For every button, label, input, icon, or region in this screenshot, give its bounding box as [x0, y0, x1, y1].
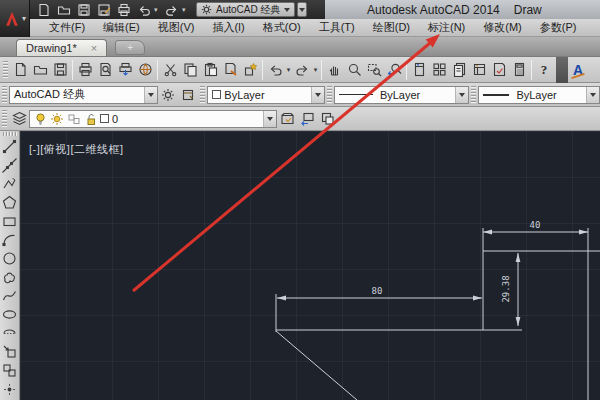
revision-cloud-tool[interactable]	[1, 268, 19, 287]
ellipse-arc-tool[interactable]	[1, 324, 19, 343]
qat-redo-button[interactable]	[162, 1, 181, 18]
match-properties-button[interactable]	[220, 59, 240, 81]
layer-states-button[interactable]	[317, 109, 337, 129]
toolbar-grip[interactable]	[471, 86, 476, 104]
menu-parametric[interactable]: 参数(P)	[531, 19, 586, 36]
color-combo[interactable]: ByLayer	[207, 86, 325, 104]
combo-dropdown-button[interactable]	[311, 87, 324, 103]
save-icon	[53, 62, 68, 77]
block-editor-button[interactable]	[240, 59, 260, 81]
plot-button[interactable]	[75, 59, 95, 81]
dim-2938-text: 29.38	[501, 275, 511, 302]
new-tab-button[interactable]: +	[115, 40, 145, 55]
qat-save-as-button[interactable]	[94, 1, 113, 18]
plot-preview-button[interactable]	[95, 59, 115, 81]
layer-previous-button[interactable]	[297, 109, 317, 129]
menu-tools[interactable]: 工具(T)	[310, 19, 364, 36]
zoom-realtime-button[interactable]	[344, 59, 364, 81]
publish-button[interactable]	[115, 59, 135, 81]
menu-draw[interactable]: 绘图(D)	[364, 19, 419, 36]
qat-plot-button[interactable]	[114, 1, 133, 18]
copy-button[interactable]	[180, 59, 200, 81]
menu-insert[interactable]: 插入(I)	[203, 19, 253, 36]
menu-edit[interactable]: 编辑(E)	[94, 19, 149, 36]
help-button[interactable]: ?	[534, 59, 554, 81]
linetype-combo[interactable]: ByLayer	[334, 86, 470, 104]
arc-tool[interactable]	[1, 230, 19, 249]
model-space-canvas[interactable]: [-][俯视][二维线框] 40	[20, 131, 600, 400]
tab-drawing1[interactable]: Drawing1* ×	[16, 39, 107, 56]
layer-transfer-icon[interactable]	[67, 112, 81, 126]
make-block-tool[interactable]	[1, 361, 19, 380]
tool-palettes-button[interactable]	[449, 59, 469, 81]
qat-undo-dropdown[interactable]: ▾	[154, 6, 161, 14]
toolbar-grip[interactable]	[2, 86, 7, 104]
rectangle-tool[interactable]	[1, 212, 19, 231]
qat-redo-dropdown[interactable]: ▾	[182, 6, 189, 14]
open-button[interactable]	[30, 59, 50, 81]
new-button[interactable]	[10, 59, 30, 81]
combo-dropdown-button[interactable]	[455, 87, 468, 103]
point-tool[interactable]	[1, 380, 19, 399]
menu-format[interactable]: 格式(O)	[254, 19, 310, 36]
toolbar-grip[interactable]	[2, 110, 7, 128]
construction-line-tool[interactable]	[1, 156, 19, 175]
qat-open-button[interactable]	[54, 1, 73, 18]
line-tool[interactable]	[1, 137, 19, 156]
circle-tool[interactable]	[1, 249, 19, 268]
properties-button[interactable]	[409, 59, 429, 81]
menu-dimension[interactable]: 标注(N)	[419, 19, 474, 36]
layer-unlock-icon[interactable]	[84, 112, 97, 126]
paste-button[interactable]	[200, 59, 220, 81]
zoom-window-button[interactable]	[364, 59, 384, 81]
my-workspace-button[interactable]	[178, 85, 198, 105]
toolbar-grip[interactable]	[3, 61, 8, 79]
pan-button[interactable]	[324, 59, 344, 81]
layer-freeze-sun-icon[interactable]	[50, 112, 64, 126]
combo-dropdown-button[interactable]	[586, 87, 599, 103]
qat-save-button[interactable]	[74, 1, 93, 18]
combo-dropdown-button[interactable]	[263, 111, 276, 127]
workspace-settings-button[interactable]	[158, 85, 178, 105]
redo-button[interactable]	[292, 59, 312, 81]
save-button[interactable]	[50, 59, 70, 81]
make-object-layer-current-button[interactable]	[277, 109, 297, 129]
toolbar-grip[interactable]	[3, 132, 17, 136]
undo-dropdown[interactable]: ▾	[285, 66, 292, 74]
printer-icon	[78, 62, 93, 77]
layer-properties-button[interactable]	[9, 109, 29, 129]
qat-new-button[interactable]	[34, 1, 53, 18]
polyline-tool[interactable]	[1, 174, 19, 193]
workspace-switcher[interactable]: AutoCAD 经典	[196, 2, 295, 17]
lineweight-combo[interactable]: ByLayer	[478, 86, 600, 104]
tab-close-icon[interactable]: ×	[91, 43, 97, 54]
insert-block-tool[interactable]	[1, 343, 19, 362]
workspace-extra-dropdown[interactable]	[297, 2, 307, 17]
annotation-style-button[interactable]: A	[568, 59, 588, 81]
workspace-combo[interactable]: AutoCAD 经典	[9, 86, 158, 104]
sheet-set-manager-button[interactable]	[469, 59, 489, 81]
quick-calc-button[interactable]	[509, 59, 529, 81]
spline-tool[interactable]	[1, 287, 19, 306]
view-globe-button[interactable]	[135, 59, 155, 81]
layer-on-bulb-icon[interactable]	[34, 112, 47, 126]
zoom-previous-button[interactable]	[384, 59, 404, 81]
menu-file[interactable]: 文件(F)	[40, 19, 94, 36]
menu-modify[interactable]: 修改(M)	[474, 19, 531, 36]
toolbar-grip[interactable]	[200, 86, 205, 104]
qat-undo-button[interactable]	[134, 1, 153, 18]
design-center-button[interactable]	[429, 59, 449, 81]
undo-icon	[268, 62, 283, 77]
toolbar-grip[interactable]	[327, 86, 332, 104]
markup-set-manager-button[interactable]	[489, 59, 509, 81]
undo-button[interactable]	[265, 59, 285, 81]
cut-button[interactable]	[160, 59, 180, 81]
combo-dropdown-button[interactable]	[144, 87, 157, 103]
clipboard-icon	[203, 62, 218, 77]
application-menu-button[interactable]: ▾	[0, 0, 30, 37]
redo-dropdown[interactable]: ▾	[312, 66, 319, 74]
layer-combo[interactable]: 0	[29, 110, 277, 128]
ellipse-tool[interactable]	[1, 305, 19, 324]
polygon-tool[interactable]	[1, 193, 19, 212]
menu-view[interactable]: 视图(V)	[149, 19, 204, 36]
